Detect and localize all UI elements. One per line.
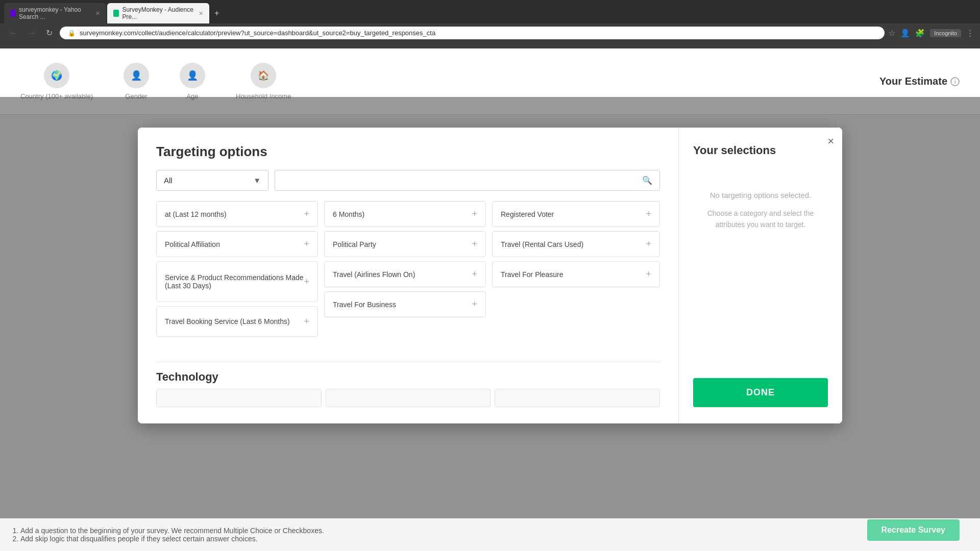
search-icon: 🔍: [642, 176, 652, 185]
item-label: Service & Product Recommendations Made (…: [165, 273, 304, 290]
add-item-button[interactable]: +: [304, 239, 309, 249]
yahoo-favicon: [10, 10, 16, 17]
list-item[interactable]: Registered Voter +: [492, 201, 660, 227]
done-button[interactable]: DONE: [693, 378, 828, 407]
your-estimate-label: Your Estimate: [879, 76, 947, 87]
bookmark-icon[interactable]: ☆: [889, 29, 895, 38]
list-item[interactable]: Travel (Airlines Flown On) +: [324, 261, 486, 287]
item-label: at (Last 12 months): [165, 210, 304, 218]
add-item-button[interactable]: +: [304, 209, 309, 219]
age-header-item: 👤 Age: [180, 63, 205, 100]
instructions-list: Add a question to the beginning of your …: [20, 527, 960, 543]
item-label: Political Affiliation: [165, 240, 304, 248]
income-icon: 🏠: [251, 63, 276, 88]
tab-yahoo[interactable]: surveymonkey - Yahoo Search ... ✕: [4, 3, 106, 23]
modal-title: Targeting options: [156, 144, 660, 160]
item-label: 6 Months): [333, 210, 472, 218]
tab-surveymonkey[interactable]: SurveyMonkey - Audience Pre... ✕: [107, 3, 209, 23]
modal-right-panel: Your selections No targeting options sel…: [679, 128, 842, 423]
item-label: Registered Voter: [501, 210, 646, 218]
page-background: 🌍 Country (100+ available) 👤 Gender 👤 Ag…: [0, 48, 980, 551]
add-item-button[interactable]: +: [472, 209, 477, 219]
gender-icon: 👤: [124, 63, 149, 88]
modal-left-panel: Targeting options All ▼ 🔍: [138, 128, 679, 423]
new-tab-button[interactable]: +: [210, 7, 223, 20]
menu-icon[interactable]: ⋮: [966, 29, 974, 38]
country-header-item: 🌍 Country (100+ available): [20, 63, 93, 100]
add-item-button[interactable]: +: [304, 277, 309, 287]
gender-header-item: 👤 Gender: [124, 63, 149, 100]
page-bottom: Add a question to the beginning of your …: [0, 518, 980, 551]
list-item[interactable]: Travel For Pleasure +: [492, 261, 660, 287]
filter-dropdown[interactable]: All ▼: [156, 170, 268, 191]
address-text: surveymonkey.com/collect/audience/calcul…: [80, 29, 435, 37]
item-label: Political Party: [333, 240, 472, 248]
tech-item-placeholder-1: [156, 389, 322, 407]
item-label: Travel For Business: [333, 300, 472, 309]
forward-button[interactable]: →: [24, 28, 39, 39]
add-item-button[interactable]: +: [304, 316, 309, 327]
add-item-button[interactable]: +: [646, 269, 651, 280]
tab-yahoo-close[interactable]: ✕: [95, 10, 100, 17]
tab-sm-close[interactable]: ✕: [199, 10, 203, 17]
selections-title: Your selections: [693, 144, 828, 157]
add-item-button[interactable]: +: [472, 269, 477, 280]
profile-icon[interactable]: 👤: [900, 29, 910, 38]
age-icon: 👤: [180, 63, 205, 88]
income-header-item: 🏠 Household Income: [236, 63, 291, 100]
modal-close-button[interactable]: ×: [827, 136, 834, 147]
items-grid: at (Last 12 months) + Political Affiliat…: [156, 201, 660, 341]
back-button[interactable]: ←: [6, 28, 20, 39]
instruction-1: Add a question to the beginning of your …: [20, 527, 960, 535]
section-heading: Technology: [156, 370, 660, 384]
lock-icon: 🔒: [68, 30, 76, 37]
items-column-2: 6 Months) + Political Party + Travel (Ai…: [324, 201, 492, 341]
list-item[interactable]: 6 Months) +: [324, 201, 486, 227]
list-item[interactable]: Travel Booking Service (Last 6 Months) +: [156, 306, 318, 337]
reload-button[interactable]: ↻: [43, 27, 56, 39]
modal-controls: All ▼ 🔍: [156, 170, 660, 191]
no-selections-sub: Choose a category and select the attribu…: [693, 208, 828, 231]
item-label: Travel (Airlines Flown On): [333, 270, 472, 279]
filter-value: All: [164, 176, 173, 185]
add-item-button[interactable]: +: [646, 209, 651, 219]
technology-section: Technology: [156, 362, 660, 407]
country-icon: 🌍: [44, 63, 69, 88]
add-item-button[interactable]: +: [472, 299, 477, 310]
your-estimate: Your Estimate i: [879, 76, 960, 87]
list-item[interactable]: Political Party +: [324, 231, 486, 257]
items-column-3: Registered Voter + Travel (Rental Cars U…: [492, 201, 660, 341]
tab-yahoo-label: surveymonkey - Yahoo Search ...: [19, 6, 90, 20]
item-label: Travel (Rental Cars Used): [501, 240, 646, 248]
tab-sm-label: SurveyMonkey - Audience Pre...: [122, 6, 193, 20]
list-item[interactable]: Service & Product Recommendations Made (…: [156, 261, 318, 302]
list-item[interactable]: Travel (Rental Cars Used) +: [492, 231, 660, 257]
add-item-button[interactable]: +: [646, 239, 651, 249]
item-label: Travel Booking Service (Last 6 Months): [165, 317, 304, 325]
address-bar[interactable]: 🔒 surveymonkey.com/collect/audience/calc…: [60, 27, 885, 39]
sm-favicon: [113, 10, 119, 17]
item-label: Travel For Pleasure: [501, 270, 646, 279]
tab-bar: surveymonkey - Yahoo Search ... ✕ Survey…: [0, 0, 980, 23]
tech-item-placeholder-3: [495, 389, 660, 407]
recreate-survey-button[interactable]: Recreate Survey: [867, 519, 960, 541]
modal-overlay: Targeting options All ▼ 🔍: [0, 97, 980, 551]
estimate-info-icon[interactable]: i: [950, 77, 960, 86]
instruction-2: Add skip logic that disqualifies people …: [20, 535, 960, 543]
list-item[interactable]: Travel For Business +: [324, 291, 486, 317]
tech-items-preview: [156, 389, 660, 407]
extensions-icon[interactable]: 🧩: [915, 29, 925, 38]
tech-item-placeholder-2: [326, 389, 491, 407]
incognito-badge: Incognito: [930, 29, 961, 37]
list-item[interactable]: Political Affiliation +: [156, 231, 318, 257]
targeting-modal: Targeting options All ▼ 🔍: [138, 128, 842, 423]
no-selections-text: No targeting options selected.: [693, 190, 828, 202]
nav-bar: ← → ↻ 🔒 surveymonkey.com/collect/audienc…: [0, 23, 980, 42]
items-grid-wrapper: at (Last 12 months) + Political Affiliat…: [156, 201, 660, 352]
search-control[interactable]: 🔍: [275, 170, 660, 191]
list-item[interactable]: at (Last 12 months) +: [156, 201, 318, 227]
items-column-1: at (Last 12 months) + Political Affiliat…: [156, 201, 324, 341]
browser-chrome: surveymonkey - Yahoo Search ... ✕ Survey…: [0, 0, 980, 48]
dropdown-arrow-icon: ▼: [253, 176, 261, 185]
add-item-button[interactable]: +: [472, 239, 477, 249]
